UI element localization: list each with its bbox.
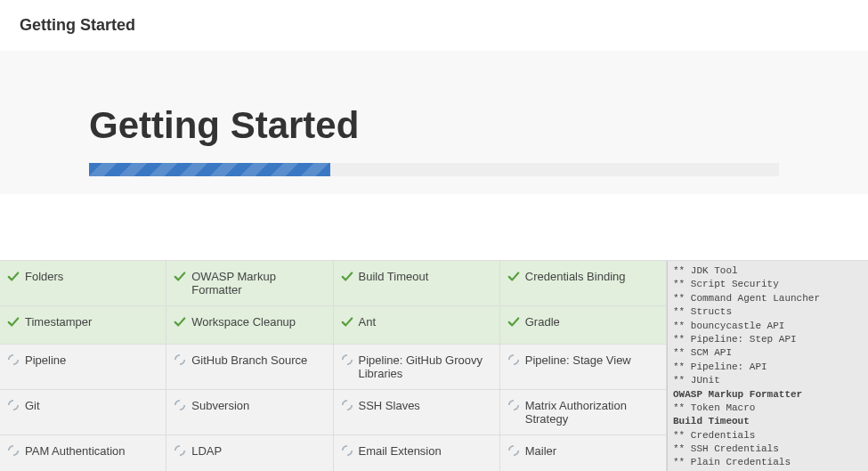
spinner-icon [174, 444, 186, 457]
plugin-grid: FoldersOWASP Markup FormatterBuild Timeo… [0, 261, 667, 471]
plugin-cell: Git [0, 390, 166, 435]
plugin-cell: LDAP [166, 435, 333, 471]
header-title: Getting Started [20, 16, 135, 34]
check-icon [7, 315, 20, 328]
spinner-icon [507, 399, 520, 411]
plugin-label: OWASP Markup Formatter [191, 270, 325, 296]
plugin-label: Email Extension [359, 444, 442, 458]
plugin-cell: Gradle [500, 306, 667, 344]
plugin-cell: Pipeline: GitHub Groovy Libraries [334, 345, 500, 390]
log-line: ** Plain Credentials [673, 456, 863, 469]
spinner-icon [507, 353, 520, 366]
plugin-label: Credentials Binding [525, 270, 626, 283]
check-icon [507, 315, 520, 328]
plugin-cell: Pipeline: Stage View [500, 345, 667, 390]
plugin-cell: GitHub Branch Source [166, 345, 333, 390]
log-line: ** Script Security [673, 278, 863, 291]
plugin-cell: Matrix Authorization Strategy [500, 390, 667, 435]
log-line: ** bouncycastle API [673, 320, 863, 333]
spinner-icon [7, 399, 20, 411]
check-icon [174, 270, 186, 282]
plugin-label: PAM Authentication [25, 444, 126, 458]
plugin-cell: Workspace Cleanup [166, 306, 333, 344]
log-line: ** Pipeline: API [673, 361, 863, 374]
log-line: ** Structs [673, 305, 863, 319]
spinner-icon [174, 399, 186, 411]
plugin-label: Matrix Authorization Strategy [525, 399, 659, 426]
log-line: ** SCM API [673, 346, 863, 360]
spinner-icon [341, 444, 353, 457]
plugin-cell: Build Timeout [334, 261, 500, 306]
check-icon [341, 315, 353, 328]
spinner-icon [7, 444, 20, 457]
spinner-icon [174, 353, 186, 366]
plugin-label: SSH Slaves [359, 399, 420, 412]
plugin-cell: SSH Slaves [334, 390, 500, 435]
check-icon [507, 270, 520, 282]
plugin-label: Pipeline: GitHub Groovy Libraries [359, 353, 492, 380]
plugin-label: Gradle [525, 315, 560, 329]
plugin-label: Git [25, 399, 40, 412]
check-icon [341, 270, 353, 282]
plugin-cell: Subversion [166, 390, 333, 435]
plugin-label: LDAP [191, 444, 222, 458]
plugin-cell: Mailer [500, 435, 667, 471]
log-line: ** Token Macro [673, 402, 863, 415]
plugin-label: GitHub Branch Source [191, 353, 307, 367]
log-line: ** SSH Credentials [673, 443, 863, 456]
hero-section: Getting Started [0, 51, 868, 194]
log-line: ** Pipeline: Step API [673, 333, 863, 346]
plugin-label: Mailer [525, 444, 556, 458]
plugin-label: Ant [359, 315, 377, 329]
plugin-cell: OWASP Markup Formatter [166, 261, 333, 306]
check-icon [7, 270, 20, 282]
plugin-cell: Pipeline [0, 345, 166, 390]
plugin-cell: PAM Authentication [0, 435, 166, 471]
log-line: Build Timeout [673, 415, 863, 428]
plugin-label: Folders [25, 270, 63, 283]
plugin-cell: Ant [334, 306, 500, 344]
plugin-cell: Folders [0, 261, 166, 306]
plugin-cell: Email Extension [334, 435, 500, 471]
log-line: ** Credentials [673, 429, 863, 443]
plugin-label: Pipeline [25, 353, 66, 367]
plugin-label: Build Timeout [359, 270, 429, 283]
install-log-panel: ** JDK Tool** Script Security** Command … [667, 261, 868, 471]
progress-fill [89, 163, 330, 176]
check-icon [174, 315, 186, 328]
header-bar: Getting Started [0, 0, 868, 51]
plugin-label: Timestamper [25, 315, 92, 329]
plugin-cell: Credentials Binding [500, 261, 667, 306]
plugin-label: Subversion [191, 399, 249, 412]
progress-bar [89, 163, 779, 176]
spinner-icon [341, 353, 353, 366]
spinner-icon [341, 399, 353, 411]
plugin-label: Pipeline: Stage View [525, 353, 631, 367]
log-line: ** Command Agent Launcher [673, 292, 863, 305]
content-wrap: FoldersOWASP Markup FormatterBuild Timeo… [0, 260, 868, 471]
hero-title: Getting Started [89, 104, 779, 147]
log-line: ** JDK Tool [673, 264, 863, 278]
log-line: ** JUnit [673, 374, 863, 387]
log-line: OWASP Markup Formatter [673, 388, 863, 402]
plugin-label: Workspace Cleanup [191, 315, 296, 329]
spinner-icon [507, 444, 520, 457]
plugin-cell: Timestamper [0, 306, 166, 344]
spinner-icon [7, 353, 20, 366]
